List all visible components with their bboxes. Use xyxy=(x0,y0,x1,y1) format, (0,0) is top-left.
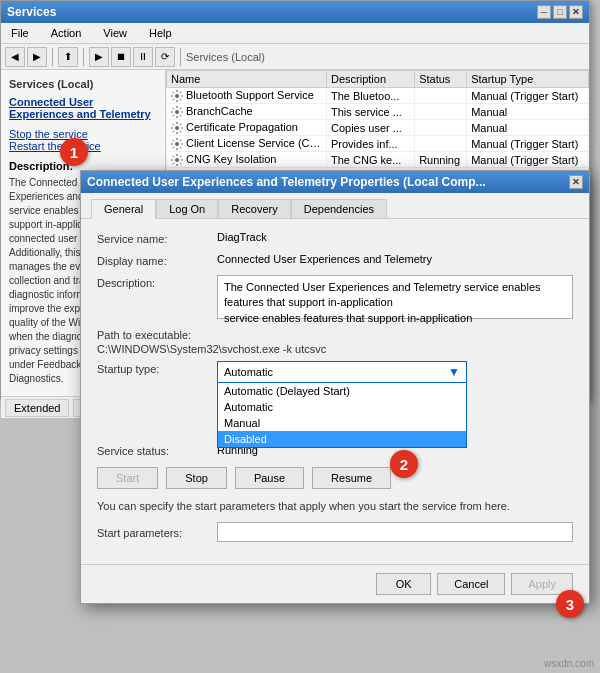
scope-label: Services (Local) xyxy=(186,51,265,63)
service-status-cell xyxy=(415,104,467,120)
service-name-value: DiagTrack xyxy=(217,231,573,243)
toolbar-separator-1 xyxy=(52,48,53,66)
service-name-cell: Certificate Propagation xyxy=(167,120,327,136)
service-status-cell: Running xyxy=(415,152,467,168)
svg-point-2 xyxy=(175,126,179,130)
description-label: Description: xyxy=(97,275,217,289)
option-manual[interactable]: Manual xyxy=(218,415,466,431)
service-name-cell: Client License Service (ClipSVC) xyxy=(167,136,327,152)
svg-point-3 xyxy=(175,142,179,146)
table-row[interactable]: BranchCacheThis service ...Manual xyxy=(167,104,589,120)
props-close-button[interactable]: ✕ xyxy=(569,175,583,189)
stop-button-dialog[interactable]: Stop xyxy=(166,467,227,489)
stop-service-link[interactable]: Stop the service xyxy=(9,128,157,140)
service-desc-cell: The CNG ke... xyxy=(327,152,415,168)
props-title-bar: Connected User Experiences and Telemetry… xyxy=(81,171,589,193)
option-disabled[interactable]: Disabled xyxy=(218,431,466,447)
back-button[interactable]: ◀ xyxy=(5,47,25,67)
table-row[interactable]: CNG Key IsolationThe CNG ke...RunningMan… xyxy=(167,152,589,168)
pause-button[interactable]: ⏸ xyxy=(133,47,153,67)
stop-button[interactable]: ⏹ xyxy=(111,47,131,67)
play-button[interactable]: ▶ xyxy=(89,47,109,67)
forward-button[interactable]: ▶ xyxy=(27,47,47,67)
startup-current-value: Automatic xyxy=(224,366,273,378)
menu-bar: File Action View Help xyxy=(1,23,589,44)
table-row[interactable]: Certificate PropagationCopies user ...Ma… xyxy=(167,120,589,136)
service-status-cell xyxy=(415,88,467,104)
services-title-bar: Services ─ □ ✕ xyxy=(1,1,589,23)
properties-dialog: Connected User Experiences and Telemetry… xyxy=(80,170,590,604)
path-value: C:\WINDOWS\System32\svchost.exe -k utcsv… xyxy=(97,343,573,355)
left-panel-scope: Services (Local) xyxy=(9,78,157,90)
svg-point-4 xyxy=(175,158,179,162)
refresh-button[interactable]: ⟳ xyxy=(155,47,175,67)
status-label: Service status: xyxy=(97,443,217,457)
service-startup-cell: Manual xyxy=(467,104,589,120)
service-name-row: Service name: DiagTrack xyxy=(97,231,573,245)
tab-dependencies[interactable]: Dependencies xyxy=(291,199,387,218)
ok-button[interactable]: OK xyxy=(376,573,431,595)
service-name-cell: CNG Key Isolation xyxy=(167,152,327,168)
menu-file[interactable]: File xyxy=(5,25,35,41)
service-buttons: Start Stop Pause Resume xyxy=(97,467,573,489)
maximize-button[interactable]: □ xyxy=(553,5,567,19)
close-button[interactable]: ✕ xyxy=(569,5,583,19)
description-box: The Connected User Experiences and Telem… xyxy=(217,275,573,319)
watermark: wsxdn.com xyxy=(544,658,594,669)
col-header-startup[interactable]: Startup Type xyxy=(467,71,589,88)
table-row[interactable]: Client License Service (ClipSVC)Provides… xyxy=(167,136,589,152)
pause-button-dialog[interactable]: Pause xyxy=(235,467,304,489)
annotation-circle-1: 1 xyxy=(60,138,88,166)
service-startup-cell: Manual xyxy=(467,120,589,136)
col-header-status[interactable]: Status xyxy=(415,71,467,88)
service-desc-cell: The Bluetoo... xyxy=(327,88,415,104)
display-name-label: Display name: xyxy=(97,253,217,267)
dialog-footer: OK Cancel Apply xyxy=(81,564,589,603)
up-button[interactable]: ⬆ xyxy=(58,47,78,67)
service-name-cell: BranchCache xyxy=(167,104,327,120)
startup-dropdown-menu: Automatic (Delayed Start) Automatic Manu… xyxy=(217,383,467,448)
toolbar: ◀ ▶ ⬆ ▶ ⏹ ⏸ ⟳ Services (Local) xyxy=(1,44,589,70)
tab-general[interactable]: General xyxy=(91,199,156,219)
service-startup-cell: Manual (Trigger Start) xyxy=(467,136,589,152)
cancel-button[interactable]: Cancel xyxy=(437,573,505,595)
service-startup-cell: Manual (Trigger Start) xyxy=(467,88,589,104)
props-tabs: General Log On Recovery Dependencies xyxy=(81,193,589,219)
tab-recovery[interactable]: Recovery xyxy=(218,199,290,218)
tab-logon[interactable]: Log On xyxy=(156,199,218,218)
startup-label: Startup type: xyxy=(97,361,217,375)
service-desc-cell: This service ... xyxy=(327,104,415,120)
services-window-title: Services xyxy=(7,5,56,19)
description-row: Description: The Connected User Experien… xyxy=(97,275,573,319)
startup-dropdown[interactable]: Automatic ▼ xyxy=(217,361,467,383)
display-name-value: Connected User Experiences and Telemetry xyxy=(217,253,573,265)
left-panel-service-title[interactable]: Connected User Experiences and Telemetry xyxy=(9,96,157,120)
col-header-name[interactable]: Name xyxy=(167,71,327,88)
service-startup-cell: Manual (Trigger Start) xyxy=(467,152,589,168)
menu-help[interactable]: Help xyxy=(143,25,178,41)
table-row[interactable]: Bluetooth Support ServiceThe Bluetoo...M… xyxy=(167,88,589,104)
props-dialog-title: Connected User Experiences and Telemetry… xyxy=(87,175,486,189)
minimize-button[interactable]: ─ xyxy=(537,5,551,19)
tab-extended[interactable]: Extended xyxy=(5,399,69,417)
start-button[interactable]: Start xyxy=(97,467,158,489)
col-header-desc[interactable]: Description xyxy=(327,71,415,88)
menu-action[interactable]: Action xyxy=(45,25,88,41)
menu-view[interactable]: View xyxy=(97,25,133,41)
display-name-row: Display name: Connected User Experiences… xyxy=(97,253,573,267)
service-status-cell xyxy=(415,136,467,152)
service-status-cell xyxy=(415,120,467,136)
option-automatic[interactable]: Automatic xyxy=(218,399,466,415)
svg-point-0 xyxy=(175,94,179,98)
path-section: Path to executable: C:\WINDOWS\System32\… xyxy=(97,327,573,355)
startup-row: Startup type: Automatic ▼ Automatic (Del… xyxy=(97,361,573,383)
option-auto-delayed[interactable]: Automatic (Delayed Start) xyxy=(218,383,466,399)
path-label: Path to executable: xyxy=(97,327,217,341)
title-bar-buttons: ─ □ ✕ xyxy=(537,5,583,19)
props-title-buttons: ✕ xyxy=(569,175,583,189)
start-params-input[interactable] xyxy=(217,522,573,542)
toolbar-separator-2 xyxy=(83,48,84,66)
svg-point-1 xyxy=(175,110,179,114)
resume-button[interactable]: Resume xyxy=(312,467,391,489)
toolbar-separator-3 xyxy=(180,48,181,66)
